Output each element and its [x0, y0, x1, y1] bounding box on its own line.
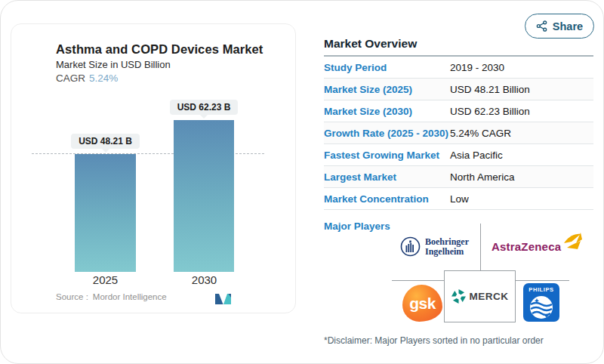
- row-label: Fastest Growing Market: [324, 150, 450, 161]
- bar-column-2025: USD 48.21 B: [75, 134, 136, 272]
- cagr-label: CAGR: [56, 72, 85, 84]
- share-button[interactable]: Share: [525, 14, 594, 39]
- table-row: Market Size (2025)USD 48.21 Billion: [324, 79, 593, 100]
- major-players-heading: Major Players: [324, 221, 390, 232]
- chart-title: Asthma and COPD Devices Market: [56, 42, 263, 57]
- source-label: Source :: [56, 292, 88, 301]
- share-icon: [536, 20, 547, 32]
- row-label: Market Size (2030): [324, 106, 450, 117]
- market-overview-table: Study Period2019 - 2030 Market Size (202…: [324, 57, 593, 210]
- infographic-canvas: Asthma and COPD Devices Market Market Si…: [0, 0, 604, 364]
- row-value: 2019 - 2030: [450, 62, 593, 73]
- row-value: Asia Pacific: [450, 150, 593, 161]
- bar-value-label-2030: USD 62.23 B: [170, 100, 239, 115]
- astrazeneca-wordmark: AstraZeneca: [492, 240, 561, 253]
- row-value: 5.24% CAGR: [450, 128, 593, 139]
- table-row: Growth Rate (2025 - 2030)5.24% CAGR: [324, 122, 593, 144]
- bar-2025: [75, 154, 136, 272]
- boehringer-emblem-icon: [400, 236, 421, 257]
- row-label: Largest Market: [324, 171, 450, 183]
- boehringer-ingelheim-logo: Boehringer Ingelheim: [400, 236, 469, 257]
- philips-wordmark: PHILIPS: [528, 286, 553, 293]
- row-label: Study Period: [324, 62, 450, 73]
- x-axis-label-2030: 2030: [174, 273, 235, 286]
- share-button-label: Share: [553, 20, 583, 32]
- table-row: Market Size (2030)USD 62.23 Billion: [324, 100, 593, 122]
- astrazeneca-emblem-icon: [562, 231, 582, 254]
- players-divider-horizontal-left: [392, 280, 445, 281]
- bar-value-label-2025: USD 48.21 B: [71, 134, 140, 149]
- row-label: Growth Rate (2025 - 2030): [324, 128, 450, 139]
- market-chart-card: Asthma and COPD Devices Market Market Si…: [11, 23, 296, 313]
- source-value: Mordor Intelligence: [93, 292, 167, 301]
- players-divider-horizontal-right: [515, 280, 569, 281]
- source-attribution: Source :Mordor Intelligence: [56, 292, 167, 301]
- table-row: Market ConcentrationLow: [324, 188, 593, 210]
- merck-logo-box: MERCK: [444, 270, 516, 322]
- x-axis-label-2025: 2025: [75, 273, 136, 286]
- bar-column-2030: USD 62.23 B: [174, 100, 234, 272]
- chart-subtitle: Market Size in USD Billion: [56, 59, 171, 70]
- chart-cagr: CAGR5.24%: [56, 72, 118, 84]
- row-value: USD 48.21 Billion: [450, 84, 593, 95]
- row-label: Market Concentration: [324, 193, 450, 205]
- table-row: Study Period2019 - 2030: [324, 57, 593, 79]
- row-value: Low: [450, 193, 593, 205]
- players-divider-vertical: [480, 224, 481, 270]
- merck-wordmark: MERCK: [470, 291, 509, 302]
- philips-logo: PHILIPS: [523, 283, 559, 322]
- label-pointer-icon: [200, 115, 208, 119]
- gsk-wordmark: gsk: [409, 295, 436, 313]
- bar-2030: [174, 120, 234, 272]
- gsk-logo: gsk: [402, 285, 442, 322]
- table-row: Fastest Growing MarketAsia Pacific: [324, 144, 593, 166]
- cagr-value: 5.24%: [89, 72, 118, 84]
- bar-chart-plot: USD 48.21 B USD 62.23 B: [32, 100, 275, 272]
- overview-heading: Market Overview: [324, 37, 417, 51]
- table-row: Largest MarketNorth America: [324, 166, 593, 188]
- players-disclaimer: *Disclaimer: Major Players sorted in no …: [324, 335, 544, 346]
- philips-shield-icon: [528, 295, 554, 320]
- merck-emblem-icon: [451, 289, 466, 304]
- row-value: North America: [450, 171, 593, 183]
- boehringer-wordmark: Boehringer Ingelheim: [425, 237, 469, 257]
- row-label: Market Size (2025): [324, 84, 450, 95]
- row-value: USD 62.23 Billion: [450, 106, 593, 117]
- label-pointer-icon: [102, 149, 109, 153]
- astrazeneca-logo: AstraZeneca: [492, 239, 582, 254]
- mordor-intelligence-logo-icon: [215, 293, 232, 307]
